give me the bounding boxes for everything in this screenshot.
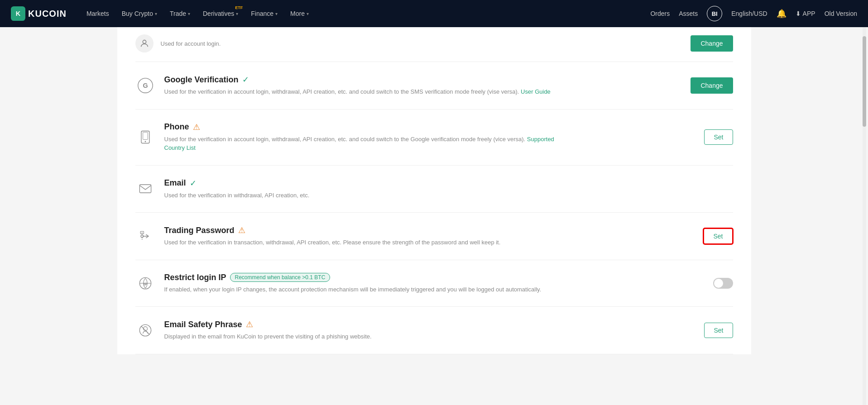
section-action: Set — [704, 323, 733, 338]
svg-rect-8 — [139, 185, 151, 193]
nav-more[interactable]: More▾ — [285, 6, 314, 21]
top-partial-change-button[interactable]: Change — [691, 35, 733, 52]
nav-trade[interactable]: Trade▾ — [164, 6, 196, 21]
section-title: Phone ⚠ — [164, 122, 705, 132]
kucoin-logo-icon: K — [11, 6, 25, 21]
section-restrict_login_ip: IP Restrict login IP Recommend when bala… — [135, 260, 733, 307]
section-set-highlight-button[interactable]: Set — [703, 228, 733, 244]
section-title-text: Phone — [164, 122, 189, 132]
svg-point-7 — [144, 141, 146, 143]
section-trading_password: Trading Password ⚠ Used for the verifica… — [135, 213, 733, 260]
section-icon-trading_password — [135, 226, 155, 246]
section-action — [713, 278, 733, 289]
section-desc: Used for the verification in withdrawal,… — [164, 191, 572, 200]
logo[interactable]: K KUCOIN — [11, 6, 67, 21]
top-partial-desc: Used for account login. — [161, 40, 221, 47]
section-title-text: Email — [164, 178, 186, 188]
language-selector[interactable]: English/USD — [731, 10, 767, 17]
section-icon-restrict_login_ip: IP — [135, 273, 155, 293]
scroll-thumb[interactable] — [863, 36, 866, 127]
section-left: Email Safety Phrase ⚠ Displayed in the e… — [135, 319, 705, 341]
status-warn-icon: ⚠ — [246, 319, 253, 329]
section-left: G Google Verification ✓ Used for the ver… — [135, 75, 691, 96]
nav-buy-crypto[interactable]: Buy Crypto▾ — [116, 6, 163, 21]
svg-point-2 — [143, 40, 146, 43]
section-title: Email Safety Phrase ⚠ — [164, 319, 705, 329]
section-email_safety_phrase: Email Safety Phrase ⚠ Displayed in the e… — [135, 307, 733, 354]
recommend-badge: Recommend when balance >0.1 BTC — [230, 273, 331, 282]
nav-markets[interactable]: Markets — [81, 6, 115, 21]
section-link[interactable]: Supported Country List — [164, 136, 554, 152]
section-left: Email ✓ Used for the verification in wit… — [135, 178, 733, 200]
section-title-text: Restrict login IP — [164, 273, 226, 282]
section-info: Phone ⚠ Used for the verification in acc… — [164, 122, 705, 152]
section-left: Trading Password ⚠ Used for the verifica… — [135, 225, 704, 247]
section-icon-email — [135, 179, 155, 199]
section-title: Email ✓ — [164, 178, 733, 188]
section-info: Trading Password ⚠ Used for the verifica… — [164, 225, 704, 247]
section-google: G Google Verification ✓ Used for the ver… — [135, 62, 733, 110]
nav-right: Orders Assets BI English/USD 🔔 ⬇ APP Old… — [650, 6, 857, 21]
section-action: Set — [704, 129, 733, 145]
navbar: K KUCOIN Markets Buy Crypto▾ Trade▾ ETF … — [0, 0, 868, 27]
section-action: Set — [703, 228, 733, 244]
nav-finance[interactable]: Finance▾ — [245, 6, 283, 21]
nav-derivatives[interactable]: ETF Derivatives▾ — [197, 6, 244, 21]
section-desc: Used for the verification in account log… — [164, 135, 572, 152]
section-icon-email_safety_phrase — [135, 320, 155, 340]
section-title: Restrict login IP Recommend when balance… — [164, 273, 713, 282]
section-phone: Phone ⚠ Used for the verification in acc… — [135, 110, 733, 166]
security-sections: G Google Verification ✓ Used for the ver… — [135, 62, 733, 354]
section-set-button[interactable]: Set — [704, 323, 733, 338]
section-desc: Used for the verification in transaction… — [164, 238, 572, 247]
section-email: Email ✓ Used for the verification in wit… — [135, 166, 733, 213]
section-icon-phone — [135, 127, 155, 147]
section-info: Email ✓ Used for the verification in wit… — [164, 178, 733, 200]
nav-links: Markets Buy Crypto▾ Trade▾ ETF Derivativ… — [81, 6, 651, 21]
section-left: Phone ⚠ Used for the verification in acc… — [135, 122, 705, 152]
section-left: IP Restrict login IP Recommend when bala… — [135, 273, 713, 294]
scrollbar[interactable] — [863, 27, 866, 405]
section-desc: Used for the verification in account log… — [164, 87, 572, 96]
etf-badge: ETF — [235, 5, 243, 10]
section-info: Google Verification ✓ Used for the verif… — [164, 75, 691, 96]
section-desc: If enabled, when your login IP changes, … — [164, 285, 572, 294]
section-link[interactable]: User Guide — [521, 88, 551, 95]
status-warn-icon: ⚠ — [193, 122, 200, 132]
section-set-button[interactable]: Set — [704, 129, 733, 145]
section-change-button[interactable]: Change — [691, 77, 733, 94]
section-info: Email Safety Phrase ⚠ Displayed in the e… — [164, 319, 705, 341]
orders-link[interactable]: Orders — [650, 10, 670, 17]
status-check-icon: ✓ — [242, 75, 249, 85]
section-info: Restrict login IP Recommend when balance… — [164, 273, 713, 294]
section-title: Google Verification ✓ — [164, 75, 691, 85]
user-avatar[interactable]: BI — [707, 6, 722, 21]
svg-text:K: K — [16, 10, 21, 17]
svg-rect-6 — [143, 132, 148, 139]
notification-bell-icon[interactable]: 🔔 — [777, 9, 786, 19]
section-title-text: Trading Password — [164, 226, 235, 235]
top-partial-row: Used for account login. Change — [135, 27, 733, 62]
section-title-text: Google Verification — [164, 75, 239, 85]
section-icon-google: G — [135, 76, 155, 95]
status-warn-icon: ⚠ — [238, 225, 245, 235]
toggle-wrap[interactable] — [713, 278, 733, 289]
app-download-link[interactable]: ⬇ APP — [796, 10, 815, 17]
section-title: Trading Password ⚠ — [164, 225, 704, 235]
section-action: Change — [691, 77, 733, 94]
assets-link[interactable]: Assets — [679, 10, 698, 17]
login-icon — [139, 38, 149, 48]
section-desc: Displayed in the email from KuCoin to pr… — [164, 332, 572, 341]
status-check-icon: ✓ — [190, 178, 197, 188]
main-content: Used for account login. Change G Google … — [117, 27, 751, 354]
restrict-ip-toggle[interactable] — [713, 278, 733, 289]
top-partial-icon — [135, 34, 153, 52]
section-title-text: Email Safety Phrase — [164, 320, 242, 329]
svg-text:G: G — [143, 82, 148, 89]
logo-text: KUCOIN — [28, 9, 67, 19]
old-version-link[interactable]: Old Version — [825, 10, 857, 17]
top-partial-left: Used for account login. — [135, 34, 221, 52]
